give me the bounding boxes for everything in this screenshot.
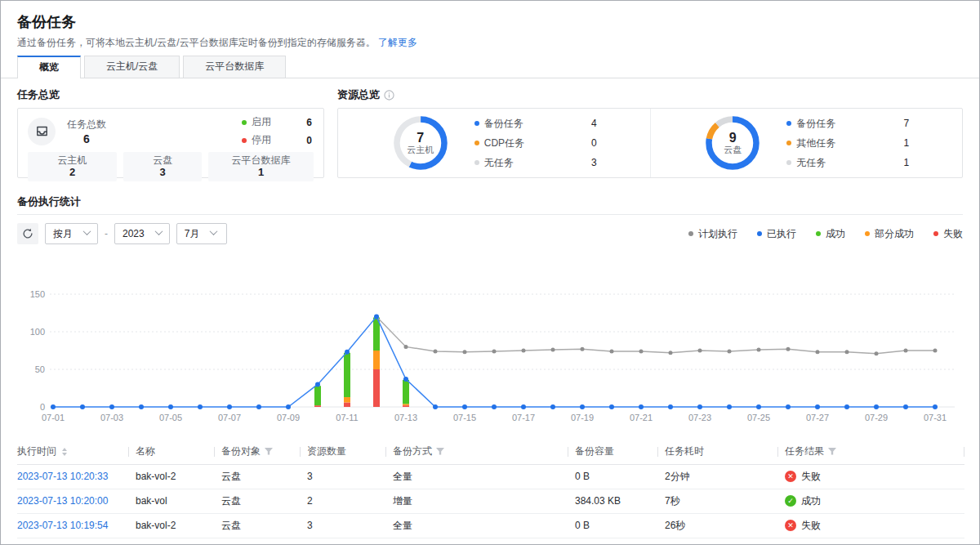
legend-item-failed[interactable]: 失败 [933, 227, 963, 241]
legend-dot-icon [865, 231, 870, 236]
column-duration: 任务耗时 [665, 440, 785, 464]
svg-text:07-07: 07-07 [218, 413, 241, 422]
cell-task-result: ✓成功 [785, 489, 964, 513]
svg-text:07-25: 07-25 [747, 413, 770, 422]
tab-cloud-databases[interactable]: 云平台数据库 [183, 56, 286, 78]
cell-resource-count: 3 [307, 464, 393, 489]
legend-value: 3 [591, 157, 597, 168]
svg-text:07-21: 07-21 [630, 413, 653, 422]
column-label: 备份方式 [393, 444, 432, 458]
svg-text:07-05: 07-05 [159, 413, 182, 422]
page-description: 通过备份任务，可将本地云主机/云盘/云平台数据库定时备份到指定的存储服务器。 了… [17, 36, 963, 49]
svg-text:07-31: 07-31 [924, 413, 947, 422]
period-select-value: 按月 [53, 227, 73, 241]
cell-duration: 13秒 [665, 538, 785, 545]
backup-record-time-link[interactable]: 2023-07-13 10:20:00 [17, 495, 108, 507]
filter-icon[interactable] [436, 448, 444, 455]
period-select[interactable]: 按月 [45, 223, 98, 244]
breakdown-box-databases: 云平台数据库 1 [208, 152, 314, 181]
tab-hosts-disks[interactable]: 云主机/云盘 [84, 56, 180, 78]
column-backup-size: 备份容量 [575, 440, 665, 464]
cell-resource-count: 3 [307, 513, 393, 538]
overview-content: 任务总览 任务总数 6 [1, 78, 979, 545]
cell-duration: 26秒 [665, 513, 785, 538]
legend-label: 部分成功 [875, 227, 914, 241]
stats-controls: 按月 - 2023 7月 计划执行 已执行 [17, 223, 963, 244]
sort-icon[interactable] [62, 448, 67, 456]
resource-overview-heading: 资源总览 [337, 87, 963, 102]
disks-donut-chart: 9 云盘 [703, 114, 762, 172]
tab-overview[interactable]: 概览 [17, 56, 81, 78]
svg-text:0: 0 [40, 402, 45, 412]
svg-text:07-15: 07-15 [453, 413, 476, 422]
column-backup-target[interactable]: 备份对象 [221, 440, 307, 464]
table-row: 2023-07-13 10:19:54bak-vol-2云盘3全量0 B26秒✕… [17, 513, 964, 538]
legend-value: 0 [591, 137, 597, 149]
legend-item-success[interactable]: 成功 [816, 227, 845, 241]
backup-record-time-link[interactable]: 2023-07-13 10:20:33 [17, 471, 108, 482]
breakdown-databases-label: 云平台数据库 [232, 154, 291, 166]
hosts-resource-half: 7 云主机 备份任务 4 CDP [338, 109, 650, 177]
svg-text:07-11: 07-11 [336, 413, 358, 422]
chevron-down-icon [154, 227, 163, 235]
legend-label: 无任务 [796, 156, 826, 170]
enabled-label: 启用 [252, 115, 271, 129]
legend-item-executed[interactable]: 已执行 [757, 227, 796, 241]
cell-name: bak-vol-2 [136, 538, 221, 545]
breakdown-disks-label: 云盘 [153, 154, 172, 166]
legend-value: 4 [591, 118, 597, 129]
month-select[interactable]: 7月 [176, 223, 227, 244]
svg-text:07-13: 07-13 [394, 413, 417, 422]
legend-item-planned[interactable]: 计划执行 [688, 227, 737, 241]
legend-item: 其他任务 1 [786, 136, 909, 150]
cell-backup-size: 0 B [575, 464, 665, 489]
filter-icon[interactable] [828, 448, 836, 455]
tasks-inbox-icon [28, 118, 56, 145]
backup-record-time-link[interactable]: 2023-07-13 10:19:54 [17, 520, 108, 531]
refresh-button[interactable] [17, 223, 38, 244]
hosts-donut-label: 云主机 [407, 145, 434, 155]
legend-item: 无任务 1 [786, 156, 909, 170]
cell-duration: 2分钟 [665, 464, 785, 489]
svg-text:07-17: 07-17 [512, 413, 535, 422]
svg-text:50: 50 [35, 364, 45, 374]
legend-value: 1 [904, 137, 910, 149]
year-select[interactable]: 2023 [114, 223, 170, 244]
filter-icon[interactable] [265, 448, 273, 455]
table-row: 2023-07-13 10:20:00bak-vol云盘2增量384.03 KB… [17, 489, 964, 513]
page-title: 备份任务 [17, 12, 963, 32]
backup-stats-heading: 备份执行统计 [17, 194, 963, 209]
column-backup-method[interactable]: 备份方式 [393, 440, 575, 464]
table-header-row: 执行时间 名称 备份对象 资源数量 [17, 440, 964, 464]
fail-icon: ✕ [785, 520, 796, 531]
cell-resource-count: 3 [307, 538, 393, 545]
svg-text:07-03: 07-03 [100, 413, 123, 422]
chart-legend: 计划执行 已执行 成功 部分成功 失败 [688, 227, 963, 241]
page-header: 备份任务 通过备份任务，可将本地云主机/云盘/云平台数据库定时备份到指定的存储服… [1, 1, 979, 49]
result-label: 失败 [801, 470, 821, 484]
column-label: 名称 [136, 444, 155, 458]
learn-more-link[interactable]: 了解更多 [378, 37, 417, 48]
year-select-value: 2023 [122, 228, 145, 239]
column-label: 备份容量 [575, 444, 614, 458]
column-exec-time[interactable]: 执行时间 [17, 440, 136, 464]
disabled-label: 停用 [252, 133, 271, 147]
column-label: 任务结果 [785, 444, 824, 458]
legend-dot-icon [786, 121, 791, 126]
column-name: 名称 [136, 440, 221, 464]
legend-label: 失败 [943, 227, 963, 241]
total-tasks-label: 任务总数 [67, 118, 106, 132]
hosts-donut-value: 7 [416, 131, 424, 145]
enabled-value: 6 [306, 117, 312, 128]
column-task-result[interactable]: 任务结果 [785, 440, 964, 464]
column-label: 执行时间 [17, 444, 56, 458]
cell-exec-time: 2023-07-13 10:19:54 [17, 513, 136, 538]
disabled-value: 0 [306, 135, 312, 146]
cell-backup-size: 0 B [575, 513, 665, 538]
legend-label: 备份任务 [796, 117, 835, 131]
column-label: 资源数量 [307, 444, 346, 458]
legend-label: 成功 [826, 227, 845, 241]
task-overview-card: 任务总数 6 启用 6 停用 0 [17, 108, 324, 178]
legend-item-partial[interactable]: 部分成功 [865, 227, 914, 241]
cell-backup-target: 云盘 [221, 489, 307, 513]
